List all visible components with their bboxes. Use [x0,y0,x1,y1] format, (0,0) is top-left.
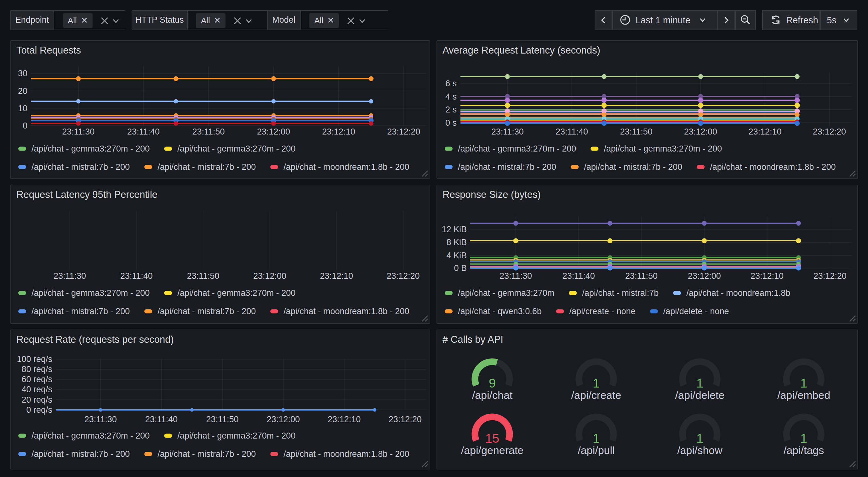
svg-text:/api/chat - mistral:7b - 200: /api/chat - mistral:7b - 200 [157,449,256,458]
svg-text:/api/chat - mistral:7b - 200: /api/chat - mistral:7b - 200 [157,306,256,316]
svg-text:23:11:50: 23:11:50 [187,271,219,280]
svg-text:1: 1 [592,376,599,390]
svg-text:20 req/s: 20 req/s [22,395,52,404]
svg-text:/api/chat - mistral:7b - 200: /api/chat - mistral:7b - 200 [157,162,256,172]
svg-text:23:12:20: 23:12:20 [812,127,846,137]
svg-text:/api/chat - gemma3:270m - 200: /api/chat - gemma3:270m - 200 [31,288,150,297]
svg-text:/api/chat - mistral:7b: /api/chat - mistral:7b [582,288,658,297]
svg-text:/api/chat - gemma3:270m - 200: /api/chat - gemma3:270m - 200 [177,144,296,153]
svg-text:/api/create: /api/create [571,389,621,401]
svg-text:/api/chat - moondream:1.8b - 2: /api/chat - moondream:1.8b - 200 [283,449,409,458]
svg-text:30: 30 [18,69,27,78]
svg-text:/api/chat - gemma3:270m - 200: /api/chat - gemma3:270m - 200 [458,144,576,153]
svg-text:/api/embed: /api/embed [777,389,830,401]
svg-text:23:11:30: 23:11:30 [491,127,523,137]
svg-text:/api/chat: /api/chat [472,389,513,401]
svg-text:/api/chat - gemma3:270m: /api/chat - gemma3:270m [458,288,554,297]
svg-text:23:12:00: 23:12:00 [687,271,721,280]
svg-text:23:11:50: 23:11:50 [192,127,224,137]
svg-text:/api/chat - gemma3:270m - 200: /api/chat - gemma3:270m - 200 [177,288,296,297]
svg-text:23:12:10: 23:12:10 [750,271,783,280]
svg-text:12 KiB: 12 KiB [441,224,466,234]
svg-text:/api/chat - moondream:1.8b - 2: /api/chat - moondream:1.8b - 200 [710,162,835,172]
svg-text:/api/delete: /api/delete [675,389,724,401]
svg-text:23:12:00: 23:12:00 [267,414,300,424]
svg-text:1: 1 [800,376,807,390]
svg-text:23:12:00: 23:12:00 [257,127,290,137]
svg-text:9: 9 [489,376,495,390]
svg-text:1: 1 [592,431,599,445]
svg-text:/api/chat - mistral:7b - 200: /api/chat - mistral:7b - 200 [31,449,130,458]
svg-text:60 req/s: 60 req/s [22,374,52,384]
svg-text:20: 20 [18,86,27,96]
svg-text:100 req/s: 100 req/s [17,354,52,364]
svg-text:23:12:10: 23:12:10 [328,414,361,424]
svg-text:/api/chat - gemma3:270m - 200: /api/chat - gemma3:270m - 200 [31,144,150,153]
svg-text:23:11:30: 23:11:30 [499,271,532,280]
svg-text:10: 10 [18,103,27,113]
svg-text:23:12:10: 23:12:10 [748,127,781,137]
svg-text:23:11:40: 23:11:40 [120,271,153,280]
svg-text:/api/chat - qwen3:0.6b: /api/chat - qwen3:0.6b [458,306,541,316]
svg-text:23:11:30: 23:11:30 [54,271,86,280]
svg-text:/api/generate: /api/generate [461,444,523,456]
svg-text:/api/chat - moondream:1.8b - 2: /api/chat - moondream:1.8b - 200 [283,162,409,172]
svg-text:/api/chat - moondream:1.8b - 2: /api/chat - moondream:1.8b - 200 [283,306,409,316]
svg-text:0: 0 [23,121,27,130]
svg-text:/api/chat - gemma3:270m - 200: /api/chat - gemma3:270m - 200 [31,431,150,440]
svg-text:/api/chat - gemma3:270m - 200: /api/chat - gemma3:270m - 200 [177,431,296,440]
svg-text:/api/pull: /api/pull [577,444,614,456]
svg-text:23:11:40: 23:11:40 [145,414,178,424]
svg-text:1: 1 [696,431,703,445]
svg-text:/api/show: /api/show [677,444,722,456]
svg-text:4 s: 4 s [445,92,456,101]
svg-text:0 req/s: 0 req/s [26,405,52,414]
svg-text:8 KiB: 8 KiB [446,237,466,247]
svg-text:23:11:50: 23:11:50 [206,414,239,424]
svg-text:/api/chat - mistral:7b - 200: /api/chat - mistral:7b - 200 [31,162,130,172]
svg-text:23:12:10: 23:12:10 [322,127,355,137]
svg-text:/api/delete - none: /api/delete - none [663,306,729,316]
svg-text:23:11:50: 23:11:50 [625,271,657,280]
svg-text:23:11:40: 23:11:40 [562,271,595,280]
svg-text:23:12:20: 23:12:20 [386,271,420,280]
svg-text:23:11:40: 23:11:40 [127,127,160,137]
svg-text:23:11:40: 23:11:40 [555,127,588,137]
svg-text:6 s: 6 s [445,79,456,88]
svg-text:23:12:00: 23:12:00 [684,127,717,137]
svg-text:23:12:20: 23:12:20 [813,271,846,280]
svg-text:/api/chat - mistral:7b - 200: /api/chat - mistral:7b - 200 [584,162,682,172]
svg-text:23:11:50: 23:11:50 [620,127,652,137]
svg-text:/api/chat - moondream:1.8b: /api/chat - moondream:1.8b [686,288,790,297]
svg-text:/api/create - none: /api/create - none [569,306,635,316]
svg-text:/api/tags: /api/tags [783,444,824,456]
svg-text:23:12:00: 23:12:00 [253,271,286,280]
svg-text:1: 1 [696,376,703,390]
svg-text:15: 15 [485,431,499,445]
svg-text:1: 1 [800,431,807,445]
svg-text:23:12:20: 23:12:20 [387,127,420,137]
svg-text:0 s: 0 s [445,118,456,128]
svg-text:80 req/s: 80 req/s [22,364,52,374]
svg-text:23:12:10: 23:12:10 [320,271,353,280]
svg-text:/api/chat - mistral:7b - 200: /api/chat - mistral:7b - 200 [31,306,130,316]
svg-text:23:11:30: 23:11:30 [62,127,94,137]
svg-text:23:11:30: 23:11:30 [84,414,117,424]
svg-text:/api/chat - mistral:7b - 200: /api/chat - mistral:7b - 200 [458,162,556,172]
svg-text:4 KiB: 4 KiB [446,250,466,260]
svg-text:40 req/s: 40 req/s [22,384,52,394]
svg-text:/api/chat - gemma3:270m - 200: /api/chat - gemma3:270m - 200 [603,144,721,153]
svg-text:0 B: 0 B [454,263,466,272]
svg-text:23:12:20: 23:12:20 [389,414,422,424]
svg-text:2 s: 2 s [445,105,456,114]
